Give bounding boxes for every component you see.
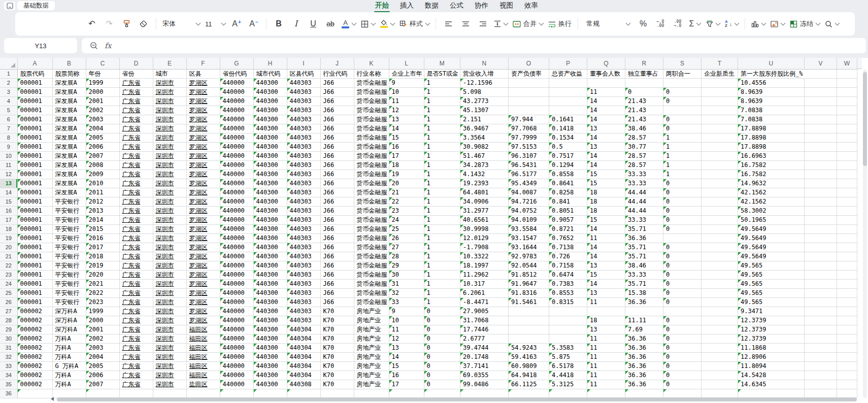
cell-P23[interactable]: 0.6474 (549, 270, 587, 279)
cell-B15[interactable]: 平安银行 (52, 197, 86, 206)
cell-H10[interactable]: 440300 (253, 151, 287, 160)
cell-P31[interactable]: 5.3583 (549, 343, 587, 352)
decrease-decimal-button[interactable]: ←.0 .00 (652, 16, 669, 31)
cell-C34[interactable]: 2006 (86, 371, 119, 380)
row-header-14[interactable]: 14 (0, 188, 17, 197)
cell-T4[interactable] (701, 96, 738, 106)
cell-N2[interactable]: -12.1596 (460, 78, 508, 87)
cell-S4[interactable]: 0 (663, 96, 701, 106)
cell-T14[interactable] (701, 188, 738, 197)
cell-A22[interactable]: 000001 (17, 261, 52, 270)
column-header-G[interactable]: G (220, 58, 253, 69)
cell-A31[interactable]: 000002 (17, 343, 52, 352)
cell-B33[interactable]: G 万科A (52, 361, 86, 371)
cell-D35[interactable]: 广东省 (119, 380, 153, 389)
cell-Q1[interactable]: 董事会人数 (587, 69, 625, 78)
cell-W24[interactable] (837, 279, 857, 288)
cell-A24[interactable]: 000001 (17, 279, 52, 288)
row-header-20[interactable]: 20 (0, 243, 17, 252)
cell-H32[interactable]: 440300 (253, 352, 287, 361)
cell-M17[interactable]: 1 (424, 215, 460, 224)
cell-R7[interactable]: 38.46 (625, 124, 663, 133)
column-header-P[interactable]: P (549, 58, 587, 69)
cell-P29[interactable] (549, 325, 587, 334)
cell-V35[interactable] (804, 380, 837, 389)
cell-V23[interactable] (804, 270, 837, 279)
cell-M31[interactable]: 0 (424, 343, 460, 352)
cell-G27[interactable]: 440000 (220, 307, 253, 316)
cell-C29[interactable]: 2001 (86, 325, 119, 334)
cell-S2[interactable] (663, 78, 701, 87)
cell-M29[interactable]: 0 (424, 325, 460, 334)
cell-A20[interactable]: 000001 (17, 243, 52, 252)
cell-J14[interactable]: J66 (320, 188, 354, 197)
cell-N13[interactable]: 19.2393 (460, 179, 508, 188)
cell-W20[interactable] (837, 243, 857, 252)
cell-P10[interactable]: 0.7517 (549, 151, 587, 160)
cell-E10[interactable]: 深圳市 (153, 151, 186, 160)
cell-F8[interactable]: 罗湖区 (186, 133, 220, 142)
cell-D30[interactable]: 广东省 (119, 334, 153, 343)
cell-U17[interactable]: 50.1965 (738, 215, 804, 224)
cell-J17[interactable]: J66 (320, 215, 354, 224)
row-header-26[interactable]: 26 (0, 297, 17, 307)
cell-M5[interactable]: 1 (424, 106, 460, 115)
cell-M27[interactable]: 0 (424, 307, 460, 316)
cell-I7[interactable]: 440303 (287, 124, 320, 133)
font-name-select[interactable]: 宋体 (160, 16, 202, 31)
cell-N26[interactable]: -8.4471 (460, 297, 508, 307)
cell-S34[interactable]: 0 (663, 371, 701, 380)
cell-N21[interactable]: 10.3322 (460, 252, 508, 261)
cell-C8[interactable]: 2005 (86, 133, 119, 142)
cell-P36[interactable] (549, 389, 587, 398)
cell-T24[interactable] (701, 279, 738, 288)
cell-K17[interactable]: 货币金融服 (354, 215, 389, 224)
cell-U4[interactable]: 8.9639 (738, 96, 804, 106)
cell-D28[interactable]: 广东省 (119, 316, 153, 325)
cell-Q13[interactable]: 15 (587, 179, 625, 188)
cell-H20[interactable]: 440300 (253, 243, 287, 252)
menu-item-collaborate[interactable]: 协作 (474, 0, 489, 11)
cell-B14[interactable]: 深发展A (52, 188, 86, 197)
cell-F20[interactable]: 罗湖区 (186, 243, 220, 252)
cell-Q34[interactable]: 11 (587, 371, 625, 380)
cell-M32[interactable]: 0 (424, 352, 460, 361)
row-header-4[interactable]: 4 (0, 96, 17, 106)
cell-I29[interactable]: 440304 (287, 325, 320, 334)
cell-L17[interactable]: 24 (389, 215, 424, 224)
cell-M35[interactable]: 0 (424, 380, 460, 389)
cell-L5[interactable]: 12 (389, 106, 424, 115)
cell-U20[interactable]: 49.5649 (738, 243, 804, 252)
cell-F21[interactable]: 罗湖区 (186, 252, 220, 261)
cell-R26[interactable]: 36.36 (625, 297, 663, 307)
cell-L25[interactable]: 32 (389, 288, 424, 297)
cell-A26[interactable]: 000001 (17, 297, 52, 307)
cell-V5[interactable] (804, 106, 837, 115)
row-header-30[interactable]: 30 (0, 334, 17, 343)
cell-I18[interactable]: 440303 (287, 224, 320, 233)
cell-N28[interactable]: 31.7068 (460, 316, 508, 325)
cell-E22[interactable]: 深圳市 (153, 261, 186, 270)
cell-K3[interactable]: 货币金融服 (354, 87, 389, 96)
row-header-27[interactable]: 27 (0, 307, 17, 316)
cell-K20[interactable]: 货币金融服 (354, 243, 389, 252)
cell-G12[interactable]: 440000 (220, 170, 253, 179)
cell-G13[interactable]: 440000 (220, 179, 253, 188)
cell-L7[interactable]: 14 (389, 124, 424, 133)
cell-E28[interactable]: 深圳市 (153, 316, 186, 325)
cell-O24[interactable]: 91.9647 (508, 279, 549, 288)
cell-S10[interactable]: 1 (663, 151, 701, 160)
cell-Q25[interactable]: 13 (587, 288, 625, 297)
cell-G28[interactable]: 440000 (220, 316, 253, 325)
cell-C36[interactable] (86, 389, 119, 398)
cell-G15[interactable]: 440000 (220, 197, 253, 206)
cell-T10[interactable] (701, 151, 738, 160)
cell-O5[interactable] (508, 106, 549, 115)
zoom-out-icon[interactable] (90, 42, 98, 50)
cell-F6[interactable]: 罗湖区 (186, 115, 220, 124)
cell-P1[interactable]: 总资产收益 (549, 69, 587, 78)
cell-N15[interactable]: 34.0906 (460, 197, 508, 206)
cell-T18[interactable] (701, 224, 738, 233)
cell-Q17[interactable]: 15 (587, 215, 625, 224)
cell-M28[interactable]: 0 (424, 316, 460, 325)
